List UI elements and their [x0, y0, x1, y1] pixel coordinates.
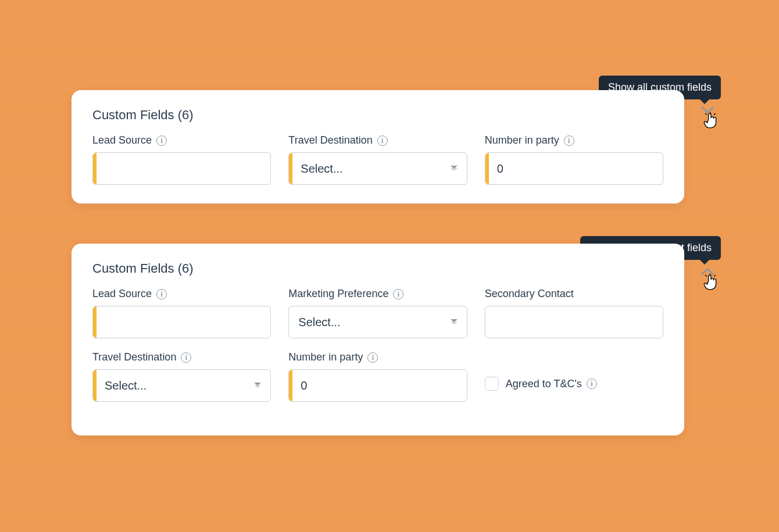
field-agreed-tc: Agreed to T&C's: [485, 351, 663, 402]
info-icon[interactable]: [587, 379, 597, 389]
input-wrap: [92, 306, 271, 338]
info-icon[interactable]: [564, 135, 574, 146]
field-label: Lead Source: [92, 134, 271, 147]
fields-row: Travel Destination Select... Number in p…: [92, 351, 663, 402]
field-label: Marketing Preference: [288, 288, 467, 300]
checkbox-box[interactable]: [485, 377, 499, 391]
select-display: Select...: [93, 370, 254, 401]
cursor-hand-icon: [703, 112, 719, 129]
select-placeholder: Select...: [105, 379, 146, 392]
select-placeholder: Select...: [298, 316, 340, 329]
number-in-party-input[interactable]: [485, 153, 663, 184]
label-text: Marketing Preference: [288, 288, 388, 300]
label-text: Number in party: [288, 351, 363, 363]
dropdown-caret-icon: [451, 319, 459, 325]
field-travel-destination: Travel Destination Select...: [92, 351, 271, 402]
select-display: Select...: [289, 306, 450, 338]
fields-row: Lead Source Travel Destination Select...: [92, 134, 663, 185]
chevron-up-icon: [701, 267, 714, 276]
custom-fields-card-expanded: Custom Fields (6) Lead Source Marketing …: [72, 244, 684, 435]
info-icon[interactable]: [181, 352, 191, 363]
field-label: Number in party: [485, 134, 663, 147]
input-wrap: [288, 369, 467, 402]
input-wrap: [485, 152, 663, 185]
label-text: Lead Source: [92, 288, 152, 300]
label-text: Lead Source: [92, 134, 152, 147]
field-label: Travel Destination: [92, 351, 271, 363]
field-label: Travel Destination: [288, 134, 467, 147]
field-number-in-party: Number in party: [288, 351, 467, 402]
card-title: Custom Fields (6): [92, 261, 663, 276]
number-in-party-input[interactable]: [289, 370, 466, 401]
dropdown-caret-icon: [451, 166, 459, 172]
field-label: Lead Source: [92, 288, 271, 300]
card-title: Custom Fields (6): [92, 108, 663, 123]
select-wrap[interactable]: Select...: [288, 306, 467, 338]
expand-toggle[interactable]: [701, 106, 714, 114]
select-wrap[interactable]: Select...: [288, 152, 467, 185]
dropdown-caret-icon: [254, 383, 262, 388]
field-travel-destination: Travel Destination Select...: [288, 134, 467, 185]
field-lead-source: Lead Source: [92, 134, 271, 185]
info-icon[interactable]: [156, 135, 167, 146]
cursor-hand-icon: [703, 273, 719, 291]
custom-fields-card-collapsed: Custom Fields (6) Lead Source Travel Des…: [72, 90, 684, 203]
info-icon[interactable]: [377, 135, 388, 146]
select-placeholder: Select...: [301, 162, 342, 176]
checkbox-row[interactable]: Agreed to T&C's: [485, 367, 663, 400]
secondary-contact-input[interactable]: [485, 306, 663, 338]
field-label: Secondary Contact: [485, 288, 663, 300]
spacer: [485, 351, 663, 367]
info-icon[interactable]: [393, 289, 403, 299]
input-wrap: [485, 306, 663, 338]
field-lead-source: Lead Source: [92, 288, 271, 338]
label-text: Number in party: [485, 134, 559, 147]
label-text: Agreed to T&C's: [506, 378, 582, 390]
checkbox-label: Agreed to T&C's: [506, 378, 597, 390]
chevron-down-icon: [701, 106, 714, 114]
field-marketing-preference: Marketing Preference Select...: [288, 288, 467, 338]
label-text: Travel Destination: [288, 134, 372, 147]
input-wrap: [92, 152, 271, 185]
info-icon[interactable]: [367, 352, 378, 363]
label-text: Secondary Contact: [485, 288, 574, 300]
label-text: Travel Destination: [92, 351, 176, 363]
lead-source-input[interactable]: [93, 153, 270, 184]
collapse-toggle[interactable]: [701, 267, 714, 276]
field-secondary-contact: Secondary Contact: [485, 288, 663, 338]
fields-row: Lead Source Marketing Preference Select.…: [92, 288, 663, 338]
info-icon[interactable]: [156, 289, 167, 299]
field-number-in-party: Number in party: [485, 134, 663, 185]
select-display: Select...: [289, 153, 450, 184]
field-label: Number in party: [288, 351, 467, 363]
lead-source-input[interactable]: [93, 306, 270, 338]
select-wrap[interactable]: Select...: [92, 369, 271, 402]
